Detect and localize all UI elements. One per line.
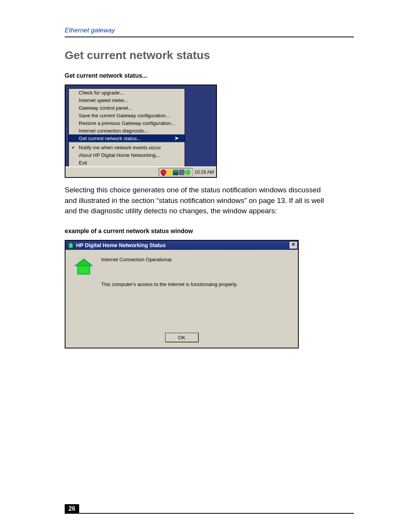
dialog-title: HP Digital Home Networking Status: [76, 242, 166, 248]
menu-item-save-config[interactable]: Save the current Gateway configuration..…: [69, 112, 185, 119]
menu-item-label: Check for upgrade...: [79, 90, 124, 96]
menu-item-check-upgrade[interactable]: Check for upgrade...: [69, 89, 185, 96]
menu-item-label: Internet speed meter...: [79, 97, 128, 103]
menu-item-label: About HP Digital Home Networking...: [79, 152, 160, 158]
bottom-rule: [65, 513, 354, 514]
tray-heart-icon[interactable]: [159, 168, 167, 176]
page-number: 26: [65, 504, 79, 513]
svg-marker-0: [68, 243, 73, 248]
context-menu: Check for upgrade... Internet speed mete…: [68, 88, 185, 166]
status-dialog: HP Digital Home Networking Status ✕ Inte…: [65, 240, 299, 348]
dialog-message-2: This computer's access to the internet i…: [101, 281, 293, 287]
svg-marker-2: [75, 259, 92, 266]
page-title: Get current network status: [65, 49, 354, 62]
dialog-body: Internet Connection Operational. This co…: [65, 250, 298, 348]
menu-item-label: Restore a previous Gateway configuration…: [79, 120, 175, 126]
tray-network-icon[interactable]: [179, 169, 185, 175]
dialog-titlebar: HP Digital Home Networking Status ✕: [65, 241, 298, 250]
dialog-message-1: Internet Connection Operational.: [101, 257, 293, 262]
figure1-caption: Get current network status...: [65, 72, 354, 79]
menu-item-exit[interactable]: Exit: [69, 159, 185, 166]
menu-item-label: Exit: [79, 160, 87, 166]
tray-monitor-icon[interactable]: [173, 169, 178, 175]
header-section: Ethernet gateway: [65, 27, 354, 34]
figure2-caption: example of a current network status wind…: [65, 228, 354, 235]
menu-item-diagnostic[interactable]: Internet connection diagnostic...: [69, 127, 185, 134]
body-paragraph: Selecting this choice generates one of t…: [65, 185, 331, 216]
menu-item-speed-meter[interactable]: Internet speed meter...: [69, 96, 185, 104]
menu-item-network-status[interactable]: Get current network status... ➤: [69, 134, 185, 142]
dialog-logo-icon: [68, 242, 74, 248]
menu-item-control-panel[interactable]: Gateway control panel...: [69, 104, 185, 112]
menu-item-about[interactable]: About HP Digital Home Networking...: [69, 151, 185, 159]
menu-item-label: Notify me when network events occur: [79, 145, 161, 150]
page-footer: 26: [65, 504, 354, 514]
menu-item-notify[interactable]: Notify me when network events occur: [69, 144, 185, 151]
menu-item-label: Gateway control panel...: [79, 105, 132, 111]
cursor-icon: ➤: [174, 135, 179, 142]
system-tray: [159, 168, 193, 176]
menu-separator: [70, 142, 183, 143]
menu-item-label: Internet connection diagnostic...: [79, 128, 149, 134]
context-menu-screenshot: Check for upgrade... Internet speed mete…: [65, 85, 217, 178]
menu-item-label: Get current network status...: [79, 136, 141, 141]
ok-button[interactable]: OK: [165, 333, 199, 342]
tray-green-icon[interactable]: [185, 169, 191, 175]
menu-item-restore-config[interactable]: Restore a previous Gateway configuration…: [69, 119, 185, 127]
top-rule: [65, 37, 354, 37]
tray-yellow-icon[interactable]: [167, 169, 172, 175]
taskbar-clock: 10:26 AM: [194, 169, 214, 175]
house-icon: [75, 258, 93, 275]
close-button[interactable]: ✕: [290, 242, 297, 249]
menu-item-label: Save the current Gateway configuration..…: [79, 113, 170, 118]
taskbar: 10:26 AM: [65, 166, 216, 177]
